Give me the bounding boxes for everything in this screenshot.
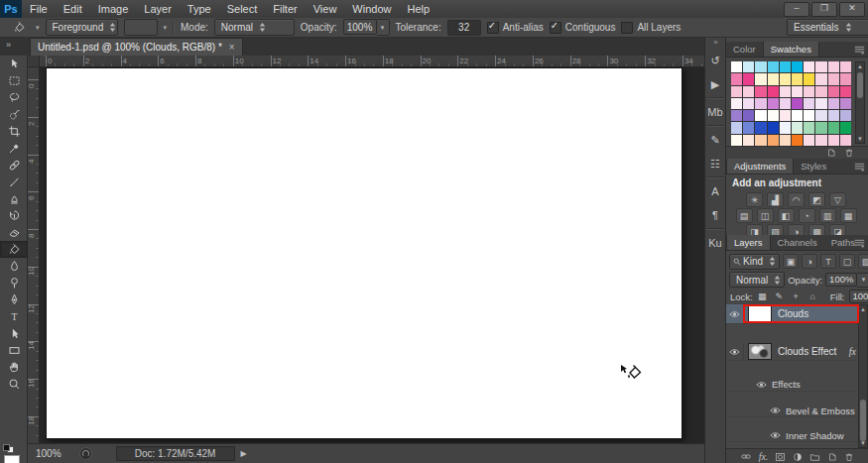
color-swatch[interactable] [768,98,779,109]
color-swatch[interactable] [828,135,839,146]
layers-row-effects[interactable]: Effects [726,378,868,392]
color-swatch[interactable] [780,73,791,84]
tab-close-icon[interactable]: × [229,42,235,53]
layers-row-inner-shadow[interactable]: Inner Shadow [726,429,868,442]
menu-window[interactable]: Window [344,0,399,18]
color-swatch[interactable] [815,61,826,72]
color-swatch[interactable] [731,122,742,133]
sync-status-icon[interactable] [79,447,92,460]
color-swatch[interactable] [828,122,839,133]
layer-style-icon[interactable]: fx. [759,451,769,462]
smart-objects-filter-icon[interactable]: ▧ [858,254,868,269]
lock-all-icon[interactable]: ⌂ [807,291,818,302]
color-swatch[interactable] [768,86,779,97]
tool-marquee[interactable] [0,72,28,89]
hue-saturation-icon[interactable]: ▤ [736,208,753,223]
color-swatch[interactable] [768,135,779,146]
layer-name[interactable]: Clouds [778,308,808,319]
color-swatch[interactable] [828,98,839,109]
layers-row-clouds[interactable]: Clouds [726,304,868,324]
adjustment-layers-filter-icon[interactable]: ◑ [802,254,817,269]
color-swatch[interactable] [780,86,791,97]
color-swatch[interactable] [780,135,791,146]
color-lookup-icon[interactable]: ▦ [840,208,857,223]
swatches-tab-swatches[interactable]: Swatches [763,42,819,57]
tool-brush[interactable] [0,174,28,190]
document-tab[interactable]: Untitled-1.psd @ 100% (Clouds, RGB/8) * … [30,38,243,56]
history-icon[interactable]: ↺ [705,50,725,71]
color-swatch[interactable] [768,122,779,133]
color-swatch[interactable] [804,98,814,109]
tool-path-selection[interactable] [0,325,28,342]
visibility-eye-icon[interactable] [756,381,767,389]
lock-pixels-icon[interactable]: ✎ [774,291,785,302]
delete-icon[interactable] [844,452,854,462]
curves-icon[interactable]: ◠ [788,192,805,207]
mode-select[interactable]: Normal [214,19,295,36]
tool-history-brush[interactable] [0,207,28,224]
vibrance-icon[interactable]: ▽ [829,192,846,207]
opacity-dropdown-icon[interactable]: ▾ [377,19,390,36]
layers-scrollbar[interactable]: ▲ ▼ [858,304,868,448]
color-swatch[interactable] [792,86,803,97]
anti-alias-checkbox[interactable]: Anti-alias [487,22,544,34]
tool-paint-bucket[interactable] [0,241,28,258]
levels-icon[interactable]: ▟ [767,192,784,207]
color-swatch[interactable] [792,73,803,84]
pattern-swatch[interactable] [124,19,158,36]
color-swatch[interactable] [743,86,754,97]
menu-type[interactable]: Type [180,0,219,18]
layer-name[interactable]: Clouds Effect [778,346,836,357]
pattern-arrow-icon[interactable]: ▾ [164,24,168,32]
visibility-eye-icon[interactable] [726,304,744,323]
tool-shape[interactable] [0,342,28,359]
color-swatch[interactable] [828,73,839,84]
selective-color-icon[interactable]: ◪ [829,224,846,235]
tolerance-input[interactable]: 32 [447,20,481,36]
tool-zoom[interactable] [0,376,28,393]
swatches-tab-color[interactable]: Color [726,42,763,57]
layers-tab-channels[interactable]: Channels [771,235,824,250]
color-swatch[interactable] [755,110,766,121]
lock-position-icon[interactable]: + [791,291,802,302]
tool-type[interactable]: T [0,308,28,325]
effect-name[interactable]: Bevel & Emboss [786,405,855,416]
layer-thumbnail[interactable] [748,305,772,322]
layers-row-bevel-emboss[interactable]: Bevel & Emboss [726,405,868,417]
color-swatch[interactable] [743,73,754,84]
color-swatch[interactable] [840,110,851,121]
pixel-layers-filter-icon[interactable]: ▣ [783,254,799,269]
color-swatch[interactable] [792,135,803,146]
color-swatch[interactable] [840,86,851,97]
canvas[interactable] [46,67,682,439]
adjustments-tab-adjustments[interactable]: Adjustments [726,159,794,174]
color-swatch[interactable] [731,110,742,121]
new-swatch-icon[interactable] [826,148,836,158]
color-swatch[interactable] [815,86,826,97]
channel-mixer-icon[interactable]: ▥ [819,208,836,223]
color-swatch[interactable] [840,98,851,109]
color-swatch[interactable] [780,98,791,109]
exposure-icon[interactable]: ◩ [808,192,825,207]
visibility-eye-icon[interactable] [770,406,781,414]
tool-quick-selection[interactable] [0,106,28,123]
tool-dodge[interactable] [0,275,28,291]
invert-icon[interactable]: ◨ [746,224,763,235]
tool-crop[interactable] [0,123,28,140]
visibility-eye-icon[interactable] [726,343,744,360]
paragraph-icon[interactable]: ¶ [705,204,725,226]
layer-mask-icon[interactable] [775,452,786,462]
menu-layer[interactable]: Layer [136,0,180,18]
color-swatch[interactable] [792,98,803,109]
gradient-map-icon[interactable]: ▩ [808,224,825,235]
tool-blur[interactable] [0,258,28,275]
color-swatch[interactable] [792,122,803,133]
type-layers-filter-icon[interactable]: T [820,254,836,269]
color-swatch[interactable] [828,110,839,121]
color-swatch[interactable] [815,73,826,84]
status-options-arrow-icon[interactable]: ▶ [241,449,247,458]
swatches-scrollbar[interactable]: ▲ ▼ [855,61,865,144]
tool-preset-arrow-icon[interactable]: ▾ [36,24,40,32]
menu-select[interactable]: Select [219,0,266,18]
contiguous-checkbox[interactable]: Contiguous [550,22,616,34]
